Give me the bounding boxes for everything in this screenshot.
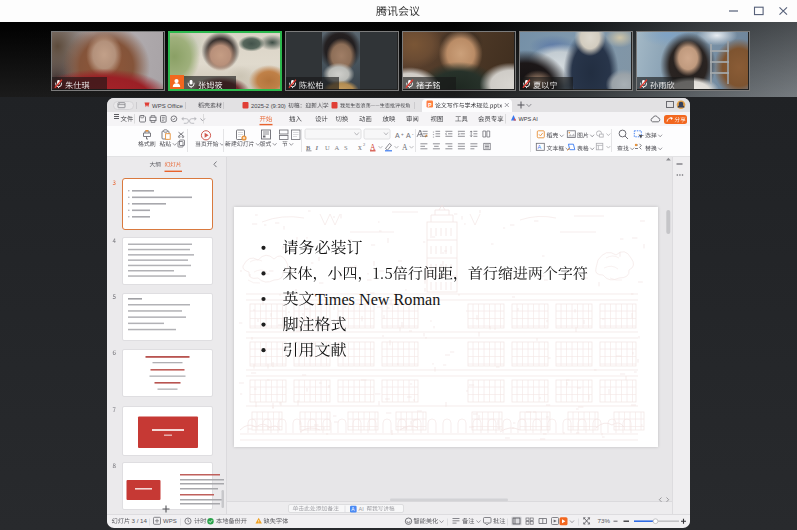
svg-text:3 / 14: 3 / 14: [132, 517, 148, 524]
svg-text:2: 2: [363, 142, 365, 147]
svg-text:A: A: [335, 144, 340, 151]
svg-text:A: A: [395, 132, 400, 139]
svg-text:U: U: [325, 144, 330, 151]
svg-text:Times New Roman: Times New Roman: [315, 291, 440, 309]
svg-text:WPS: WPS: [163, 518, 177, 524]
svg-text:A: A: [370, 143, 376, 152]
svg-text:73%: 73%: [598, 517, 611, 524]
svg-text:AI: AI: [359, 506, 365, 512]
svg-text:A: A: [406, 132, 411, 139]
svg-text:+: +: [401, 132, 404, 137]
svg-text:P: P: [428, 102, 432, 108]
svg-text:S: S: [344, 144, 348, 151]
svg-text:x: x: [358, 143, 362, 152]
svg-text:A: A: [402, 143, 408, 152]
svg-text:A: A: [538, 144, 542, 150]
svg-text:-: -: [412, 132, 414, 137]
svg-text:WPS AI: WPS AI: [519, 116, 539, 122]
svg-text:B: B: [306, 144, 311, 151]
svg-text:I: I: [315, 144, 319, 151]
svg-text:WPS Office: WPS Office: [152, 103, 184, 109]
svg-text:2025-2 (9:30): 2025-2 (9:30): [251, 103, 286, 109]
